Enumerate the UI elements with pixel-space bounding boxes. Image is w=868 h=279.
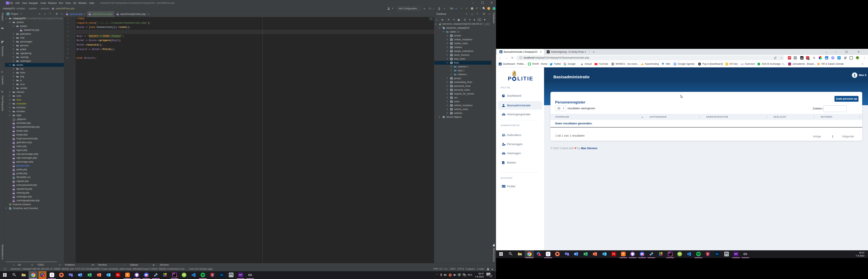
svg-text:PHP: PHP — [12, 189, 14, 190]
svg-text:PHP: PHP — [12, 197, 14, 198]
svg-text:PHP: PHP — [12, 127, 14, 128]
svg-text:PHP: PHP — [12, 147, 14, 148]
svg-text:$: $ — [503, 162, 504, 164]
svg-text:PHP: PHP — [12, 143, 14, 144]
svg-text:PHP: PHP — [12, 170, 14, 171]
svg-text:PHP: PHP — [89, 14, 91, 15]
svg-text:PHP: PHP — [12, 185, 14, 186]
svg-text:PHP: PHP — [12, 158, 14, 159]
svg-text:PHP: PHP — [12, 154, 14, 155]
svg-text:PHP: PHP — [12, 139, 14, 140]
svg-text:PHP: PHP — [12, 150, 14, 151]
svg-text:PHP: PHP — [12, 123, 14, 124]
svg-text:PHP: PHP — [12, 131, 14, 132]
svg-text:PHP: PHP — [12, 193, 14, 194]
svg-text:PHP: PHP — [12, 174, 14, 175]
svg-text:PHP: PHP — [117, 14, 118, 15]
svg-text:PHP: PHP — [52, 8, 54, 9]
svg-text:PHP: PHP — [12, 201, 14, 202]
svg-text:PHP: PHP — [66, 14, 68, 15]
svg-text:PHP: PHP — [12, 162, 14, 163]
svg-text:S: S — [212, 274, 213, 276]
svg-text:PHP: PHP — [12, 166, 14, 167]
svg-text:PHP: PHP — [12, 181, 14, 182]
svg-text:PHP: PHP — [20, 30, 22, 31]
svg-text:MD: MD — [13, 178, 14, 179]
svg-text:PHP: PHP — [12, 135, 14, 136]
svg-text:30: 30 — [674, 64, 676, 65]
svg-text:S: S — [707, 253, 708, 255]
